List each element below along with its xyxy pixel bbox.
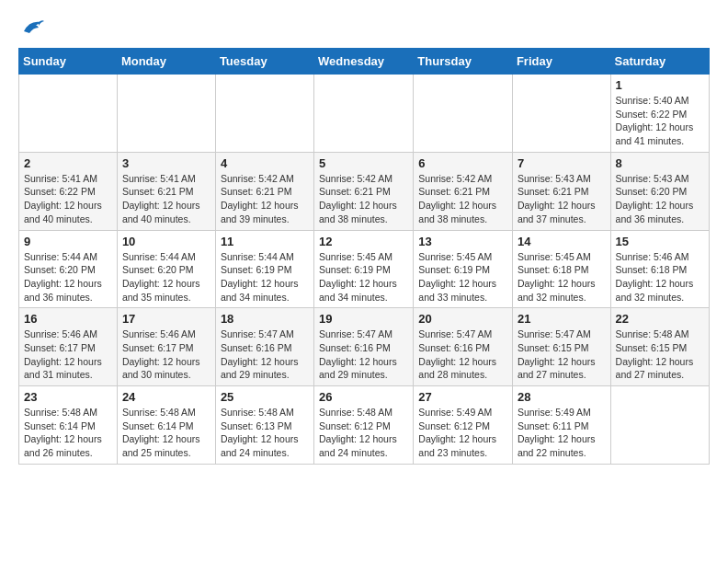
day-number: 12 [319, 235, 408, 248]
day-number: 22 [616, 312, 704, 326]
day-number: 19 [319, 312, 408, 326]
day-info: Sunrise: 5:48 AM Sunset: 6:14 PM Dayligh… [24, 406, 112, 460]
calendar-cell [512, 75, 610, 153]
calendar-cell: 23Sunrise: 5:48 AM Sunset: 6:14 PM Dayli… [19, 386, 118, 465]
day-info: Sunrise: 5:47 AM Sunset: 6:16 PM Dayligh… [319, 327, 408, 382]
day-info: Sunrise: 5:41 AM Sunset: 6:22 PM Dayligh… [24, 172, 112, 226]
calendar-week-3: 9Sunrise: 5:44 AM Sunset: 6:20 PM Daylig… [19, 230, 710, 308]
day-info: Sunrise: 5:48 AM Sunset: 6:14 PM Dayligh… [122, 406, 210, 460]
day-number: 24 [122, 390, 210, 404]
calendar-cell: 2Sunrise: 5:41 AM Sunset: 6:22 PM Daylig… [19, 152, 118, 230]
calendar-week-5: 23Sunrise: 5:48 AM Sunset: 6:14 PM Dayli… [19, 386, 710, 465]
day-info: Sunrise: 5:48 AM Sunset: 6:12 PM Dayligh… [319, 406, 408, 460]
day-number: 2 [24, 156, 112, 170]
logo [18, 18, 44, 39]
day-info: Sunrise: 5:44 AM Sunset: 6:19 PM Dayligh… [221, 250, 309, 304]
day-info: Sunrise: 5:46 AM Sunset: 6:17 PM Dayligh… [122, 327, 210, 382]
calendar-week-2: 2Sunrise: 5:41 AM Sunset: 6:22 PM Daylig… [19, 152, 710, 230]
day-info: Sunrise: 5:43 AM Sunset: 6:20 PM Dayligh… [616, 172, 704, 226]
calendar-cell: 11Sunrise: 5:44 AM Sunset: 6:19 PM Dayli… [215, 230, 313, 308]
day-number: 26 [319, 390, 408, 404]
calendar-cell: 26Sunrise: 5:48 AM Sunset: 6:12 PM Dayli… [314, 386, 414, 465]
day-number: 4 [221, 156, 309, 170]
weekday-header-monday: Monday [117, 49, 215, 75]
day-info: Sunrise: 5:48 AM Sunset: 6:15 PM Dayligh… [616, 327, 704, 382]
calendar-cell: 13Sunrise: 5:45 AM Sunset: 6:19 PM Dayli… [414, 230, 513, 308]
calendar-cell: 25Sunrise: 5:48 AM Sunset: 6:13 PM Dayli… [215, 386, 313, 465]
day-number: 6 [418, 156, 507, 170]
day-info: Sunrise: 5:42 AM Sunset: 6:21 PM Dayligh… [319, 172, 408, 226]
calendar-cell: 15Sunrise: 5:46 AM Sunset: 6:18 PM Dayli… [610, 230, 709, 308]
calendar-cell: 17Sunrise: 5:46 AM Sunset: 6:17 PM Dayli… [117, 308, 215, 386]
calendar-cell [19, 75, 118, 153]
calendar-cell: 28Sunrise: 5:49 AM Sunset: 6:11 PM Dayli… [512, 386, 610, 465]
day-number: 21 [518, 312, 606, 326]
day-info: Sunrise: 5:45 AM Sunset: 6:18 PM Dayligh… [518, 250, 606, 304]
header [18, 18, 710, 39]
day-number: 25 [221, 390, 309, 404]
calendar-header: SundayMondayTuesdayWednesdayThursdayFrid… [19, 49, 710, 75]
day-info: Sunrise: 5:47 AM Sunset: 6:16 PM Dayligh… [418, 327, 507, 382]
day-info: Sunrise: 5:47 AM Sunset: 6:16 PM Dayligh… [221, 327, 309, 382]
calendar-cell [215, 75, 313, 153]
weekday-header-sunday: Sunday [19, 49, 118, 75]
day-info: Sunrise: 5:42 AM Sunset: 6:21 PM Dayligh… [221, 172, 309, 226]
day-info: Sunrise: 5:49 AM Sunset: 6:12 PM Dayligh… [418, 406, 507, 460]
calendar-cell: 9Sunrise: 5:44 AM Sunset: 6:20 PM Daylig… [19, 230, 118, 308]
day-number: 11 [221, 235, 309, 248]
day-info: Sunrise: 5:43 AM Sunset: 6:21 PM Dayligh… [518, 172, 606, 226]
weekday-header-thursday: Thursday [414, 49, 513, 75]
calendar-cell: 3Sunrise: 5:41 AM Sunset: 6:21 PM Daylig… [117, 152, 215, 230]
weekday-header-tuesday: Tuesday [215, 49, 313, 75]
day-info: Sunrise: 5:44 AM Sunset: 6:20 PM Dayligh… [24, 250, 112, 304]
day-info: Sunrise: 5:49 AM Sunset: 6:11 PM Dayligh… [518, 406, 606, 460]
day-number: 14 [518, 235, 606, 248]
calendar-cell [314, 75, 414, 153]
calendar-cell: 12Sunrise: 5:45 AM Sunset: 6:19 PM Dayli… [314, 230, 414, 308]
day-number: 13 [418, 235, 507, 248]
logo-bird-icon [20, 18, 44, 39]
calendar-cell: 22Sunrise: 5:48 AM Sunset: 6:15 PM Dayli… [610, 308, 709, 386]
day-info: Sunrise: 5:46 AM Sunset: 6:17 PM Dayligh… [24, 327, 112, 382]
day-number: 8 [616, 156, 704, 170]
day-info: Sunrise: 5:45 AM Sunset: 6:19 PM Dayligh… [418, 250, 507, 304]
day-info: Sunrise: 5:47 AM Sunset: 6:15 PM Dayligh… [518, 327, 606, 382]
calendar-cell: 7Sunrise: 5:43 AM Sunset: 6:21 PM Daylig… [512, 152, 610, 230]
day-number: 3 [122, 156, 210, 170]
weekday-header-wednesday: Wednesday [314, 49, 414, 75]
day-number: 9 [24, 235, 112, 248]
day-info: Sunrise: 5:44 AM Sunset: 6:20 PM Dayligh… [122, 250, 210, 304]
day-number: 10 [122, 235, 210, 248]
calendar-cell: 18Sunrise: 5:47 AM Sunset: 6:16 PM Dayli… [215, 308, 313, 386]
calendar-cell [117, 75, 215, 153]
calendar-table: SundayMondayTuesdayWednesdayThursdayFrid… [18, 48, 710, 465]
calendar-cell: 21Sunrise: 5:47 AM Sunset: 6:15 PM Dayli… [512, 308, 610, 386]
day-number: 27 [418, 390, 507, 404]
calendar-cell: 27Sunrise: 5:49 AM Sunset: 6:12 PM Dayli… [414, 386, 513, 465]
calendar-cell: 24Sunrise: 5:48 AM Sunset: 6:14 PM Dayli… [117, 386, 215, 465]
calendar-cell: 16Sunrise: 5:46 AM Sunset: 6:17 PM Dayli… [19, 308, 118, 386]
calendar-cell: 14Sunrise: 5:45 AM Sunset: 6:18 PM Dayli… [512, 230, 610, 308]
day-number: 1 [616, 78, 704, 92]
calendar-cell: 1Sunrise: 5:40 AM Sunset: 6:22 PM Daylig… [610, 75, 709, 153]
calendar-cell: 8Sunrise: 5:43 AM Sunset: 6:20 PM Daylig… [610, 152, 709, 230]
day-info: Sunrise: 5:40 AM Sunset: 6:22 PM Dayligh… [616, 94, 704, 148]
day-number: 18 [221, 312, 309, 326]
day-info: Sunrise: 5:46 AM Sunset: 6:18 PM Dayligh… [616, 250, 704, 304]
day-number: 16 [24, 312, 112, 326]
calendar-cell: 19Sunrise: 5:47 AM Sunset: 6:16 PM Dayli… [314, 308, 414, 386]
calendar-cell [414, 75, 513, 153]
day-number: 28 [518, 390, 606, 404]
calendar-cell: 4Sunrise: 5:42 AM Sunset: 6:21 PM Daylig… [215, 152, 313, 230]
weekday-header-friday: Friday [512, 49, 610, 75]
weekday-header-saturday: Saturday [610, 49, 709, 75]
calendar-week-4: 16Sunrise: 5:46 AM Sunset: 6:17 PM Dayli… [19, 308, 710, 386]
calendar-cell: 5Sunrise: 5:42 AM Sunset: 6:21 PM Daylig… [314, 152, 414, 230]
day-number: 7 [518, 156, 606, 170]
day-info: Sunrise: 5:42 AM Sunset: 6:21 PM Dayligh… [418, 172, 507, 226]
calendar-cell: 20Sunrise: 5:47 AM Sunset: 6:16 PM Dayli… [414, 308, 513, 386]
calendar-week-1: 1Sunrise: 5:40 AM Sunset: 6:22 PM Daylig… [19, 75, 710, 153]
calendar-cell [610, 386, 709, 465]
day-number: 15 [616, 235, 704, 248]
calendar-cell: 6Sunrise: 5:42 AM Sunset: 6:21 PM Daylig… [414, 152, 513, 230]
